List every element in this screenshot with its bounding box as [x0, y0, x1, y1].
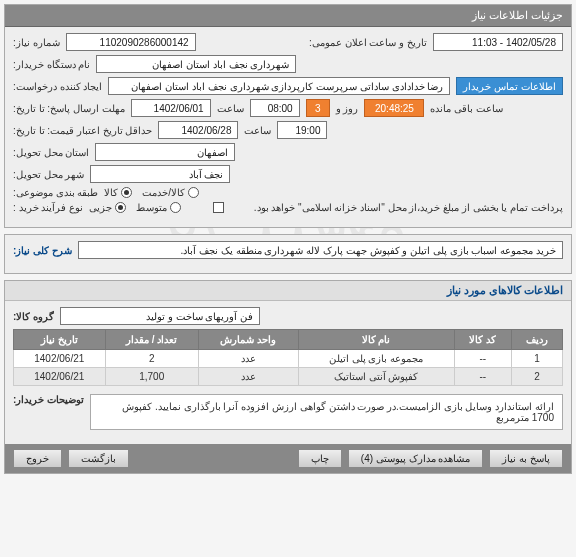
buyer-label: نام دستگاه خریدار:	[13, 59, 90, 70]
province-value: اصفهان	[95, 143, 235, 161]
cell-idx: 1	[512, 350, 563, 368]
process-label: نوع فرآیند خرید :	[13, 202, 83, 213]
reqno-label: شماره نیاز:	[13, 37, 60, 48]
pricevalid-label: حداقل تاریخ اعتبار قیمت: تا تاریخ:	[13, 125, 152, 136]
days-suffix: روز و	[336, 103, 359, 114]
hour-label-2: ساعت	[244, 125, 271, 136]
cell-qty: 1,700	[105, 368, 198, 386]
col-qty: تعداد / مقدار	[105, 330, 198, 350]
buyer-value: شهرداری نجف اباد استان اصفهان	[96, 55, 296, 73]
group-value: فن آوریهای ساخت و تولید	[60, 307, 260, 325]
table-row[interactable]: 1--مجموعه بازی پلی اتیلنعدد21402/06/21	[14, 350, 563, 368]
buyerdesc-value: ارائه استاندارد وسایل بازی الزامیست.در ص…	[90, 394, 563, 430]
group-label: گروه کالا:	[13, 311, 54, 322]
back-button[interactable]: بازگشت	[68, 449, 129, 468]
cell-unit: عدد	[198, 350, 298, 368]
pricevalid-date: 1402/06/28	[158, 121, 238, 139]
col-date: تاریخ نیاز	[14, 330, 106, 350]
print-button[interactable]: چاپ	[298, 449, 342, 468]
cell-code: --	[454, 368, 512, 386]
creator-label: ایجاد کننده درخواست:	[13, 81, 102, 92]
class-kala-text: کالا	[104, 187, 118, 198]
table-row[interactable]: 2--کفپوش آنتی استاتیکعدد1,7001402/06/21	[14, 368, 563, 386]
items-header: اطلاعات کالاهای مورد نیاز	[5, 281, 571, 301]
reqno-value: 1102090286000142	[66, 33, 196, 51]
summary-panel: شرح کلی نیاز: خرید مجموعه اسباب بازی پلی…	[4, 234, 572, 274]
cell-date: 1402/06/21	[14, 368, 106, 386]
province-label: استان محل تحویل:	[13, 147, 89, 158]
attachments-button[interactable]: مشاهده مدارک پیوستی (4)	[348, 449, 484, 468]
summary-value: خرید مجموعه اسباب بازی پلی اتیلن و کفپوش…	[78, 241, 563, 259]
class-khedmat-text: کالا/خدمت	[142, 187, 185, 198]
process-motavaset-radio[interactable]: متوسط	[136, 202, 181, 213]
pubdate-label: تاریخ و ساعت اعلان عمومی:	[309, 37, 427, 48]
city-value: نجف آباد	[90, 165, 230, 183]
items-panel: اطلاعات کالاهای مورد نیاز گروه کالا: فن …	[4, 280, 572, 474]
response-end-date: 1402/06/01	[131, 99, 211, 117]
pubdate-value: 1402/05/28 - 11:03	[433, 33, 563, 51]
hour-label-1: ساعت	[217, 103, 244, 114]
process-motavaset-text: متوسط	[136, 202, 167, 213]
cell-code: --	[454, 350, 512, 368]
class-khedmat-radio[interactable]: کالا/خدمت	[142, 187, 199, 198]
contact-button[interactable]: اطلاعات تماس خریدار	[456, 77, 563, 95]
buyerdesc-label: توضیحات خریدار:	[13, 394, 84, 405]
col-row: ردیف	[512, 330, 563, 350]
footer-bar: پاسخ به نیاز مشاهده مدارک پیوستی (4) چاپ…	[5, 444, 571, 473]
response-end-hour: 08:00	[250, 99, 300, 117]
cell-date: 1402/06/21	[14, 350, 106, 368]
respond-button[interactable]: پاسخ به نیاز	[489, 449, 563, 468]
cell-qty: 2	[105, 350, 198, 368]
col-unit: واحد شمارش	[198, 330, 298, 350]
class-label: طبقه بندی موضوعی:	[13, 187, 98, 198]
partial-pay-note: پرداخت تمام یا بخشی از مبلغ خرید،از محل …	[230, 202, 563, 213]
remain-label: ساعت باقی مانده	[430, 103, 503, 114]
partial-pay-checkbox[interactable]	[213, 202, 224, 213]
cell-name: مجموعه بازی پلی اتیلن	[298, 350, 454, 368]
process-jozi-text: جزیی	[89, 202, 112, 213]
col-code: کد کالا	[454, 330, 512, 350]
items-table: ردیف کد کالا نام کالا واحد شمارش تعداد /…	[13, 329, 563, 386]
exit-button[interactable]: خروج	[13, 449, 62, 468]
cell-idx: 2	[512, 368, 563, 386]
creator-value: رضا خدادادی ساداتی سرپرست کارپردازی شهرد…	[108, 77, 450, 95]
summary-label: شرح کلی نیاز:	[13, 245, 72, 256]
process-jozi-radio[interactable]: جزیی	[89, 202, 126, 213]
col-name: نام کالا	[298, 330, 454, 350]
countdown-time: 20:48:25	[364, 99, 424, 117]
class-kala-radio[interactable]: کالا	[104, 187, 132, 198]
panel-title: جزئیات اطلاعات نیاز	[5, 5, 571, 27]
cell-name: کفپوش آنتی استاتیک	[298, 368, 454, 386]
city-label: شهر محل تحویل:	[13, 169, 84, 180]
countdown-days: 3	[306, 99, 330, 117]
details-panel: جزئیات اطلاعات نیاز شماره نیاز: 11020902…	[4, 4, 572, 228]
cell-unit: عدد	[198, 368, 298, 386]
pricevalid-hour: 19:00	[277, 121, 327, 139]
response-end-label: مهلت ارسال پاسخ: تا تاریخ:	[13, 103, 125, 114]
